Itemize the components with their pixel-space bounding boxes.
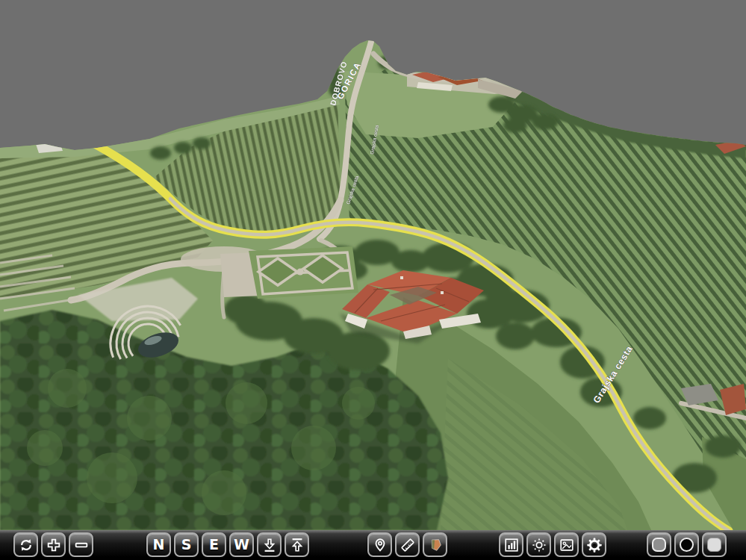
gray-swatch-icon bbox=[652, 538, 666, 552]
chart-button[interactable] bbox=[499, 532, 523, 557]
arrow-up-icon bbox=[289, 537, 305, 553]
arrow-down-icon bbox=[261, 537, 278, 553]
toolbar-group-background bbox=[647, 532, 727, 557]
view-higher-button[interactable] bbox=[285, 532, 309, 557]
toolbar: N S E W bbox=[0, 530, 746, 560]
pin-icon bbox=[372, 537, 388, 553]
minus-icon bbox=[73, 537, 90, 553]
face-south-button[interactable]: S bbox=[174, 532, 199, 557]
west-label: W bbox=[234, 538, 249, 552]
face-west-button[interactable]: W bbox=[229, 532, 254, 557]
ruler-icon bbox=[400, 537, 416, 553]
face-north-button[interactable]: N bbox=[146, 532, 171, 557]
view-lower-button[interactable] bbox=[257, 532, 282, 557]
toolbar-group-tools bbox=[367, 532, 447, 557]
plus-icon bbox=[46, 537, 62, 553]
parcel-button[interactable] bbox=[423, 532, 447, 557]
north-label: N bbox=[153, 538, 165, 552]
location-button[interactable] bbox=[367, 532, 392, 557]
black-swatch-icon bbox=[680, 538, 694, 552]
toolbar-group-zoom bbox=[13, 532, 93, 557]
gear-icon bbox=[586, 537, 603, 553]
refresh-button[interactable] bbox=[13, 532, 38, 557]
settings-button[interactable] bbox=[582, 532, 606, 557]
zoom-out-button[interactable] bbox=[69, 532, 93, 557]
toolbar-group-display bbox=[499, 532, 606, 557]
face-east-button[interactable]: E bbox=[202, 532, 226, 557]
white-swatch-icon bbox=[707, 538, 721, 552]
parcel-icon bbox=[427, 537, 444, 553]
toolbar-group-navigation: N S E W bbox=[146, 532, 309, 557]
background-black-button[interactable] bbox=[674, 532, 699, 557]
east-label: E bbox=[209, 538, 219, 552]
refresh-icon bbox=[18, 537, 34, 553]
bar-chart-icon bbox=[503, 537, 520, 553]
measure-button[interactable] bbox=[395, 532, 420, 557]
imagery-button[interactable] bbox=[554, 532, 579, 557]
app-window: DOBROVO GORICA Grajska cesta Grajska ces… bbox=[0, 0, 746, 560]
map-3d-view[interactable]: DOBROVO GORICA Grajska cesta Grajska ces… bbox=[0, 0, 746, 530]
image-icon bbox=[559, 537, 575, 553]
background-white-button[interactable] bbox=[702, 532, 727, 557]
sun-icon bbox=[531, 537, 547, 553]
castle-garden bbox=[249, 246, 358, 299]
brightness-button[interactable] bbox=[526, 532, 551, 557]
south-label: S bbox=[181, 538, 192, 552]
zoom-in-button[interactable] bbox=[41, 532, 66, 557]
background-gray-button[interactable] bbox=[647, 532, 671, 557]
